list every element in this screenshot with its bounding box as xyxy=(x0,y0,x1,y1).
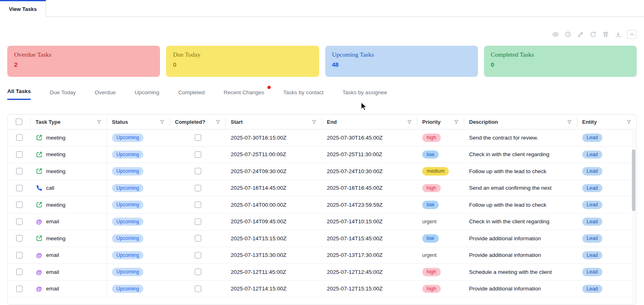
table-row[interactable]: meetingUpcoming2025-07-14T15:15:00Z2025-… xyxy=(8,230,636,247)
description-text: Follow up with the lead to check xyxy=(464,168,577,174)
tab-overdue[interactable]: Overdue xyxy=(95,89,116,100)
description-text: Follow up with the lead to check xyxy=(464,202,577,208)
start-time: 2025-07-14T00:00:00Z xyxy=(226,202,322,208)
end-time: 2025-07-25T11:30:00Z xyxy=(322,151,417,157)
row-checkbox[interactable] xyxy=(16,185,23,191)
completed-checkbox[interactable] xyxy=(195,201,201,208)
tab-label: Tasks by assignee xyxy=(343,89,387,95)
tab-tasks-by-contact[interactable]: Tasks by contact xyxy=(283,89,324,100)
row-checkbox[interactable] xyxy=(16,218,23,225)
tab-tasks-by-assignee[interactable]: Tasks by assignee xyxy=(343,89,387,100)
column-label: Entity xyxy=(582,119,597,125)
start-time: 2025-07-24T09:30:00Z xyxy=(226,168,322,174)
vertical-scrollbar[interactable] xyxy=(632,130,636,303)
clock-icon[interactable] xyxy=(564,31,572,38)
completed-checkbox[interactable] xyxy=(195,269,201,275)
task-type-label: email xyxy=(46,252,59,258)
filter-icon[interactable] xyxy=(567,119,572,125)
priority-badge: low xyxy=(422,201,439,209)
entity-badge: Lead xyxy=(582,268,602,276)
filter-icon[interactable] xyxy=(97,119,102,125)
trash-icon[interactable] xyxy=(602,31,609,38)
column-label: Status xyxy=(112,119,128,125)
entity-badge: Lead xyxy=(582,201,602,209)
description-text: Provide additional information xyxy=(464,252,577,258)
row-checkbox[interactable] xyxy=(16,201,23,208)
status-badge: Upcoming xyxy=(112,184,143,193)
description-text: Send the contract for review. xyxy=(464,135,577,141)
tab-completed[interactable]: Completed xyxy=(178,89,204,100)
completed-checkbox[interactable] xyxy=(195,134,201,141)
tab-label: Due Today xyxy=(50,89,76,95)
description-text: Schedule a meeting with the client xyxy=(464,269,577,275)
column-header-completed: Completed? xyxy=(170,117,226,126)
row-checkbox[interactable] xyxy=(16,151,23,158)
row-checkbox[interactable] xyxy=(16,269,23,275)
end-time: 2025-07-14T15:45:00Z xyxy=(322,235,417,241)
download-icon[interactable] xyxy=(615,31,622,38)
header-select-all xyxy=(8,117,31,126)
notification-dot xyxy=(267,86,271,89)
filter-icon[interactable] xyxy=(215,119,221,125)
filter-icon[interactable] xyxy=(311,119,317,125)
end-time: 2025-07-14T10:15:00Z xyxy=(322,218,417,225)
tab-upcoming[interactable]: Upcoming xyxy=(135,89,159,100)
end-time: 2025-07-12T12:45:00Z xyxy=(322,269,417,275)
table-row[interactable]: @emailUpcoming2025-07-13T15:30:00Z2025-0… xyxy=(8,247,636,264)
meeting-icon xyxy=(36,235,42,241)
tab-label: Upcoming xyxy=(135,89,159,95)
task-type-label: meeting xyxy=(46,151,65,157)
edit-icon[interactable] xyxy=(577,31,584,38)
table-row[interactable]: @emailUpcoming2025-07-12T11:45:00Z2025-0… xyxy=(8,264,636,281)
tab-all-tasks[interactable]: All Tasks xyxy=(7,88,31,100)
filter-icon[interactable] xyxy=(454,119,459,125)
completed-checkbox[interactable] xyxy=(195,168,201,174)
card-value: 2 xyxy=(14,61,153,68)
column-label: End xyxy=(327,119,337,125)
table-row[interactable]: meetingUpcoming2025-07-24T09:30:00Z2025-… xyxy=(8,163,636,180)
start-time: 2025-07-16T14:45:00Z xyxy=(226,185,322,191)
completed-checkbox[interactable] xyxy=(195,218,201,225)
view-tasks-tab[interactable]: View Tasks xyxy=(0,0,46,17)
priority-badge: low xyxy=(422,234,439,243)
refresh-icon[interactable] xyxy=(589,31,597,38)
row-checkbox[interactable] xyxy=(16,252,23,258)
completed-checkbox[interactable] xyxy=(195,286,201,292)
filter-icon[interactable] xyxy=(626,119,631,125)
completed-checkbox[interactable] xyxy=(195,252,201,258)
entity-badge: Lead xyxy=(582,234,602,243)
tab-due-today[interactable]: Due Today xyxy=(50,89,76,100)
row-checkbox[interactable] xyxy=(16,235,23,241)
row-checkbox[interactable] xyxy=(16,134,23,141)
task-type-label: call xyxy=(46,185,54,191)
row-checkbox[interactable] xyxy=(16,168,23,174)
completed-checkbox[interactable] xyxy=(195,235,201,241)
table-row[interactable]: meetingUpcoming2025-07-25T11:00:00Z2025-… xyxy=(8,146,636,163)
status-badge: Upcoming xyxy=(112,285,143,293)
table-row[interactable]: @emailUpcoming2025-07-14T09:45:00Z2025-0… xyxy=(8,214,636,231)
completed-checkbox[interactable] xyxy=(195,151,201,158)
table-row[interactable]: meetingUpcoming2025-07-14T00:00:00Z2025-… xyxy=(8,197,636,214)
eye-icon[interactable] xyxy=(552,31,559,38)
tab-label: Completed xyxy=(178,89,204,95)
row-checkbox[interactable] xyxy=(16,286,23,292)
description-text: Check in with the client regarding xyxy=(464,218,577,225)
filter-icon[interactable] xyxy=(160,119,165,125)
select-all-checkbox[interactable] xyxy=(16,119,22,125)
table-row[interactable]: meetingUpcoming2025-07-30T16:15:00Z2025-… xyxy=(8,129,636,146)
status-badge: Upcoming xyxy=(112,218,143,226)
tab-recent-changes[interactable]: Recent Changes xyxy=(223,89,264,100)
filter-icon[interactable] xyxy=(407,119,412,125)
table-row[interactable]: callUpcoming2025-07-16T14:45:00Z2025-07-… xyxy=(8,180,636,197)
start-time: 2025-07-13T15:30:00Z xyxy=(226,252,322,258)
column-header-entity: Entity xyxy=(577,117,636,126)
end-time: 2025-07-12T15:15:00Z xyxy=(322,286,417,292)
collapse-icon[interactable] xyxy=(627,30,637,39)
column-header-status: Status xyxy=(107,117,170,126)
meeting-icon xyxy=(36,151,42,158)
completed-checkbox[interactable] xyxy=(195,185,201,191)
table-row[interactable] xyxy=(8,297,636,305)
scrollbar-thumb[interactable] xyxy=(632,149,636,211)
start-time: 2025-07-12T11:45:00Z xyxy=(226,269,322,275)
table-row[interactable]: @emailUpcoming2025-07-12T14:15:00Z2025-0… xyxy=(8,281,636,298)
